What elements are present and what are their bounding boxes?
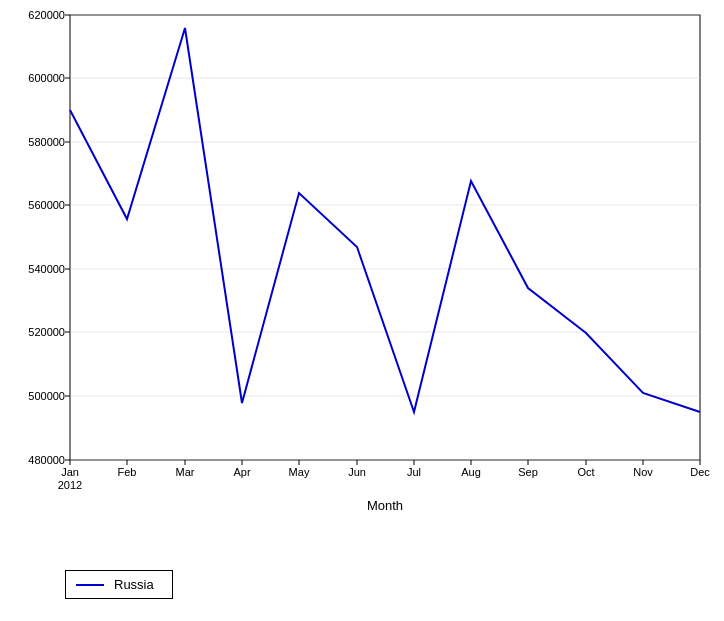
x-tick-feb: Feb [118,466,137,478]
y-tick-560000: 560000 [28,199,65,211]
x-tick-jun: Jun [348,466,366,478]
x-axis-label: Month [367,498,403,513]
x-tick-apr: Apr [233,466,250,478]
chart-container: 480000 500000 520000 540000 560000 58000… [0,0,724,621]
x-tick-aug: Aug [461,466,481,478]
x-tick-oct: Oct [577,466,594,478]
x-tick-jul: Jul [407,466,421,478]
x-tick-dec: Dec [690,466,710,478]
chart-svg: 480000 500000 520000 540000 560000 58000… [0,0,724,621]
svg-rect-0 [70,15,700,460]
x-tick-nov: Nov [633,466,653,478]
x-tick-jan: Jan [61,466,79,478]
legend: Russia [65,570,173,599]
x-tick-mar: Mar [176,466,195,478]
legend-line-russia [76,584,104,586]
x-tick-may: May [289,466,310,478]
y-tick-540000: 540000 [28,263,65,275]
y-tick-480000: 480000 [28,454,65,466]
y-tick-520000: 520000 [28,326,65,338]
y-tick-500000: 500000 [28,390,65,402]
x-tick-sep: Sep [518,466,538,478]
legend-label-russia: Russia [114,577,154,592]
y-tick-580000: 580000 [28,136,65,148]
y-tick-600000: 600000 [28,72,65,84]
y-tick-620000: 620000 [28,9,65,21]
x-tick-2012: 2012 [58,479,82,491]
